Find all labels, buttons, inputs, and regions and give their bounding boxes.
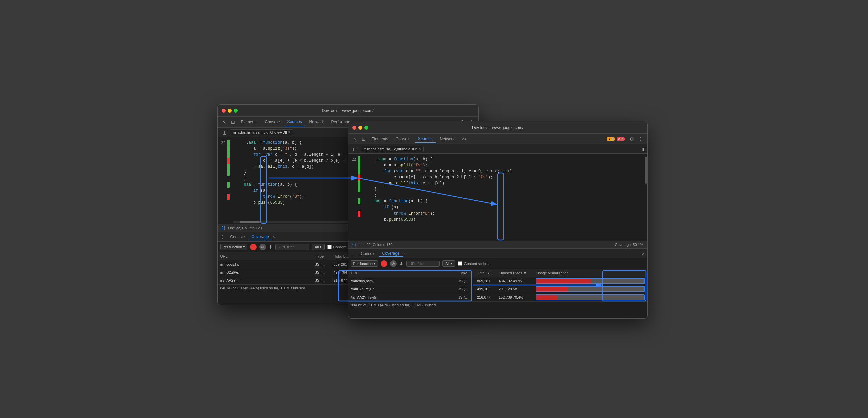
more-icon-right[interactable]: ⋮ bbox=[637, 135, 645, 143]
sidebar-collapse-right[interactable]: ◨ bbox=[641, 146, 645, 151]
tab-sources-left[interactable]: Sources bbox=[284, 118, 305, 126]
clear-button-left[interactable]: ⊘ bbox=[259, 244, 266, 250]
clear-button-right[interactable]: ⊘ bbox=[390, 260, 397, 267]
panel-close-right[interactable]: × bbox=[404, 252, 406, 255]
coverage-pct-right: Coverage: 50.1% bbox=[615, 243, 644, 247]
tab-more-right[interactable]: >> bbox=[459, 135, 470, 143]
panel-tab-console-right[interactable]: Console bbox=[358, 251, 379, 257]
device-icon-right[interactable]: ⊡ bbox=[360, 135, 368, 143]
col-url-header-left: URL bbox=[220, 254, 316, 258]
col-unused-header-right: Unused Bytes ▼ bbox=[499, 271, 536, 275]
col-type-header-right: Type bbox=[459, 271, 477, 275]
traffic-lights-right bbox=[352, 126, 368, 130]
row2-viz-right bbox=[535, 286, 645, 292]
panel-dots-right[interactable]: ⋮ bbox=[351, 251, 355, 256]
row3-url-right: /rs=AA2YrTsw5 bbox=[351, 295, 459, 299]
panel-close-btn-right[interactable]: × bbox=[642, 251, 645, 256]
filter-dropdown-right[interactable]: All ▾ bbox=[442, 260, 456, 267]
code-line-r6: } bbox=[365, 186, 642, 193]
tab-sources-right[interactable]: Sources bbox=[414, 135, 436, 143]
per-function-button-right[interactable]: Per function ▾ bbox=[351, 260, 378, 267]
tab-console-right[interactable]: Console bbox=[393, 135, 414, 143]
close-button[interactable] bbox=[221, 109, 225, 113]
code-line-r5: _.aa.call(this, c + a[d]) bbox=[365, 180, 642, 186]
filter-all-label-right: All bbox=[445, 262, 450, 266]
cursor-icon[interactable]: ↖ bbox=[220, 118, 228, 126]
row3-unused-right: 152,739 70.4% bbox=[499, 295, 535, 299]
devtools-window-right: DevTools - www.google.com/ ↖ ⊡ Elements … bbox=[348, 121, 648, 319]
code-section-right: 22 bbox=[348, 153, 648, 241]
window-title-left: DevTools - www.google.com/ bbox=[322, 108, 373, 113]
filter-chevron-right: ▾ bbox=[451, 262, 453, 266]
sidebar-toggle-left[interactable]: ◫ bbox=[220, 129, 228, 136]
file-tab-close-right[interactable]: × bbox=[419, 147, 421, 150]
url-filter-right[interactable] bbox=[406, 261, 440, 267]
filter-chevron-left: ▾ bbox=[320, 245, 322, 249]
code-line-r9: if (a) bbox=[365, 205, 642, 210]
row2-type-left: JS (... bbox=[315, 270, 334, 274]
tab-network-right[interactable]: Network bbox=[437, 135, 458, 143]
table-row-3-right[interactable]: /rs=AA2YrTsw5 JS (... 216,877 152,739 70… bbox=[348, 293, 648, 301]
tab-elements-left[interactable]: Elements bbox=[238, 118, 261, 126]
record-button-left[interactable] bbox=[250, 244, 257, 250]
minimize-button[interactable] bbox=[227, 109, 231, 113]
sidebar-toggle-right[interactable]: ◫ bbox=[351, 146, 359, 152]
file-tab-left[interactable]: m=cdos,hsm,jsa,...c,dtl0hd,eHDfl × bbox=[230, 129, 293, 135]
panel-tab-coverage-left[interactable]: Coverage bbox=[248, 234, 273, 240]
per-function-button-left[interactable]: Per function ▾ bbox=[220, 244, 248, 250]
content-scripts-input-left[interactable] bbox=[328, 245, 332, 249]
panel-tab-console-left[interactable]: Console bbox=[227, 234, 248, 240]
row3-type-right: JS (... bbox=[459, 295, 477, 299]
file-tab-label-right: m=cdos,hsm,jsa,...c,dtl0hd,eHDfl bbox=[364, 147, 417, 151]
cursor-icon-right[interactable]: ↖ bbox=[351, 135, 359, 143]
col-url-header-right: URL bbox=[351, 271, 460, 275]
col-total-header-right: Total B... bbox=[477, 271, 499, 275]
table-row-2-right[interactable]: /m=B2qlPe,Dhl JS (... 499,102 291,129 58 bbox=[348, 285, 648, 293]
code-line-r8: baa = function(a, b) { bbox=[365, 199, 642, 205]
content-scripts-checkbox-right[interactable]: Content scripts bbox=[458, 262, 488, 266]
code-line-r10: throw Error("B"); bbox=[365, 210, 642, 216]
content-scripts-input-right[interactable] bbox=[458, 262, 463, 266]
panel-tab-coverage-right[interactable]: Coverage bbox=[379, 250, 403, 257]
tab-console-left[interactable]: Console bbox=[262, 118, 283, 126]
line-info-left: Line 22, Column 129 bbox=[228, 226, 262, 230]
row1-unused-right: 434,192 49.9% bbox=[499, 279, 535, 283]
minimize-button-right[interactable] bbox=[358, 126, 362, 130]
panel-dots-left[interactable]: ⋮ bbox=[220, 235, 224, 239]
title-bar-right: DevTools - www.google.com/ bbox=[348, 121, 648, 134]
col-type-header-left: Type bbox=[316, 254, 335, 258]
table-row-1-right[interactable]: /m=cdos,hsm,j JS (... 869,281 434,192 49… bbox=[348, 277, 648, 285]
row3-url-left: /rs=AA2YrT bbox=[220, 278, 315, 282]
record-button-right[interactable] bbox=[381, 260, 388, 267]
per-function-label-left: Per function bbox=[222, 245, 242, 249]
download-icon-left[interactable]: ⬇ bbox=[269, 244, 273, 250]
devtools-tab-bar-right: ↖ ⊡ Elements Console Sources Network >> … bbox=[348, 134, 648, 144]
table-footer-right: 884 kB of 2.1 MB (43%) used so far, 1.2 … bbox=[348, 301, 648, 308]
download-icon-right[interactable]: ⬇ bbox=[400, 261, 403, 267]
per-function-label-right: Per function bbox=[353, 262, 373, 266]
file-tab-bar-right: ◫ m=cdos,hsm,jsa,...c,dtl0hd,eHDfl × ◨ bbox=[348, 144, 648, 153]
panel-close-left[interactable]: × bbox=[273, 235, 275, 239]
url-filter-left[interactable] bbox=[276, 244, 309, 250]
maximize-button-right[interactable] bbox=[364, 126, 368, 130]
tab-elements-right[interactable]: Elements bbox=[368, 135, 392, 143]
row3-total-right: 216,877 bbox=[477, 295, 499, 299]
settings-icon-right[interactable]: ⚙ bbox=[628, 135, 636, 143]
close-button-right[interactable] bbox=[352, 126, 356, 130]
row2-type-right: JS (... bbox=[459, 287, 477, 291]
code-line-r7: ; bbox=[365, 193, 642, 199]
row3-type-left: JS (... bbox=[315, 278, 334, 282]
chevron-down-icon-right: ▾ bbox=[374, 262, 376, 266]
row1-type-left: JS (... bbox=[315, 263, 334, 267]
title-bar-left: DevTools - www.google.com/ bbox=[217, 105, 478, 117]
maximize-button[interactable] bbox=[234, 109, 238, 113]
panel-tab-bar-right: ⋮ Console Coverage × × bbox=[348, 249, 648, 258]
file-tab-close-left[interactable]: × bbox=[288, 130, 290, 134]
tab-network-left[interactable]: Network bbox=[306, 118, 328, 126]
filter-dropdown-left[interactable]: All ▾ bbox=[312, 244, 325, 250]
chevron-down-icon-left: ▾ bbox=[243, 245, 245, 249]
row1-type-right: JS (... bbox=[459, 279, 477, 283]
file-tab-right[interactable]: m=cdos,hsm,jsa,...c,dtl0hd,eHDfl × bbox=[361, 146, 424, 152]
device-icon[interactable]: ⊡ bbox=[229, 118, 237, 126]
row2-unused-right: 291,129 58 bbox=[499, 287, 535, 291]
